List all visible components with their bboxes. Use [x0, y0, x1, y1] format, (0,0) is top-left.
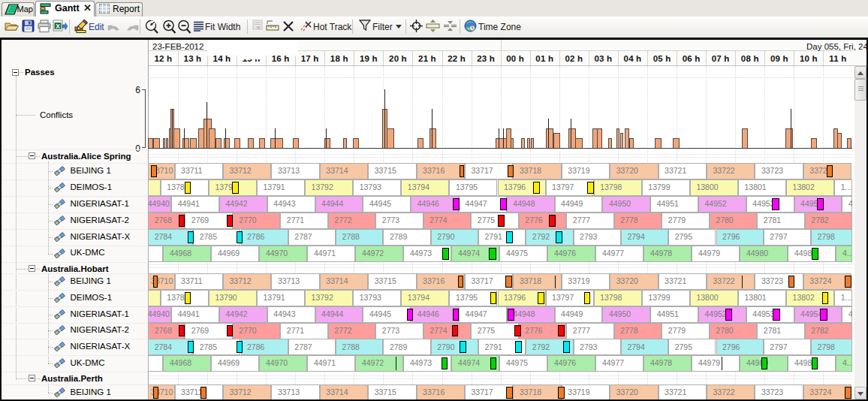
svg-text:X: X	[56, 23, 60, 30]
